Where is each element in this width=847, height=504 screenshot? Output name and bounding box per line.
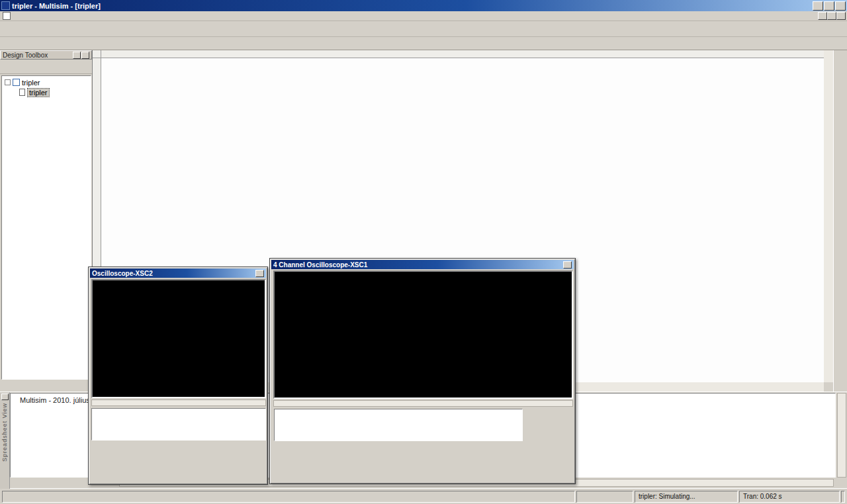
close-button[interactable] [835,1,846,11]
menubar [0,11,847,21]
xsc2-close-icon[interactable] [255,270,264,277]
component-toolbar [0,37,847,50]
xsc1-close-icon[interactable] [563,261,572,269]
tree-root-row[interactable]: tripler [3,77,89,87]
mdi-restore-button[interactable] [827,12,836,20]
panel-menu-icon[interactable] [73,52,81,59]
window-title: tripler - Multisim - [tripler] [12,2,812,10]
design-toolbox-panel: Design Toolbox tripler tripler [0,50,93,392]
xsc2-readout [91,408,266,441]
spreadsheet-vertical-scrollbar[interactable] [837,393,846,478]
xsc1-titlebar[interactable]: 4 Channel Oscilloscope-XSC1 [271,260,574,269]
design-tree: tripler tripler [1,75,91,380]
design-toolbox-tabs [0,381,93,392]
oscilloscope-xsc2-window[interactable]: Oscilloscope-XSC2 [88,267,268,485]
oscilloscope-xsc1-window[interactable]: 4 Channel Oscilloscope-XSC1 [269,258,576,484]
mdi-child-icon[interactable] [3,12,11,20]
xsc1-screen [273,271,573,399]
xsc2-screen-scrollbar[interactable] [91,399,266,406]
tree-child-label: tripler [27,88,50,97]
status-transient-time: Tran: 0.062 s [739,491,840,503]
minimize-button[interactable] [813,1,823,11]
design-toolbox-header: Design Toolbox [0,50,92,60]
ruler-corner [93,50,101,58]
tree-checkbox[interactable] [13,79,20,86]
mdi-close-button[interactable] [836,12,846,20]
xsc2-titlebar[interactable]: Oscilloscope-XSC2 [90,269,266,278]
statusbar: tripler: Simulating... Tran: 0.062 s [0,488,847,504]
tree-expand-icon[interactable] [5,79,11,85]
panel-close-icon[interactable] [81,52,89,59]
simulation-activity-meter [841,491,845,503]
canvas-vertical-scrollbar[interactable] [824,50,833,382]
spreadsheet-side-strip: Spreadsheet View [0,392,10,489]
status-simulation: tripler: Simulating... [635,491,738,503]
tree-root-label: tripler [22,79,40,87]
design-toolbox-title: Design Toolbox [3,52,48,59]
mdi-minimize-button[interactable] [818,12,827,20]
xsc2-screen [91,279,266,398]
status-message [2,491,575,503]
xsc1-title: 4 Channel Oscilloscope-XSC1 [273,261,367,269]
app-icon [1,1,10,10]
titlebar: tripler - Multisim - [tripler] [0,0,847,11]
xsc2-title: Oscilloscope-XSC2 [92,270,153,277]
multisim-window: tripler - Multisim - [tripler] Design To… [0,0,847,504]
instruments-toolbar [833,50,847,392]
main-toolbar [0,21,847,37]
ruler-top [101,50,824,58]
maximize-button[interactable] [824,1,834,11]
xsc1-readout [274,409,523,441]
xsc1-screen-scrollbar[interactable] [273,400,573,407]
design-toolbox-toolbar [0,60,92,74]
spreadsheet-close-icon[interactable] [1,394,9,400]
sheet-icon [19,89,25,96]
spreadsheet-side-title: Spreadsheet View [1,403,8,462]
status-segment [576,491,633,503]
tree-child-row[interactable]: tripler [3,87,89,97]
